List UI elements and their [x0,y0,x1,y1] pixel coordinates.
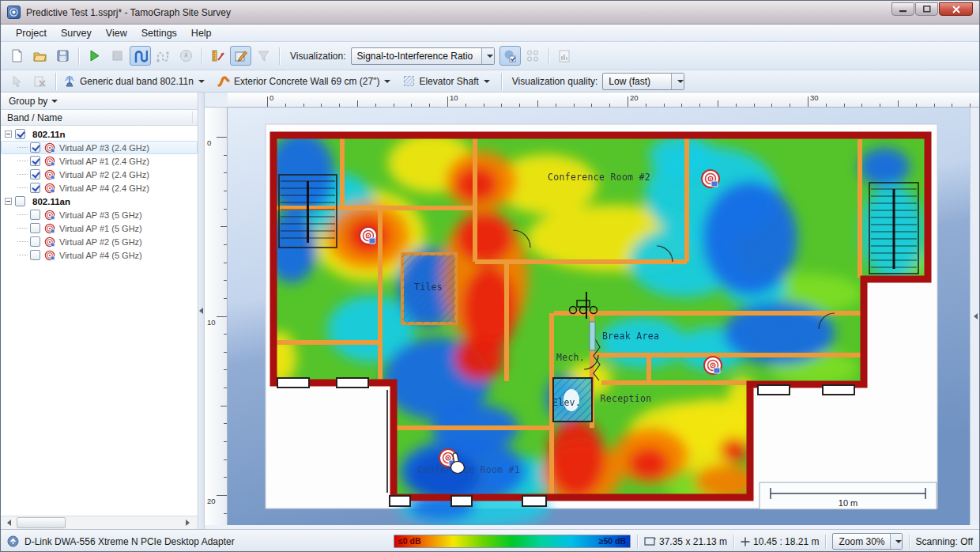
sidebar-hscrollbar[interactable] [1,516,198,529]
menu-item-help[interactable]: Help [184,26,219,40]
run-icon [89,50,100,62]
tree-ap-row[interactable]: Virtual AP #1 (5 GHz) [1,221,198,235]
tree-ap-row[interactable]: Virtual AP #1 (2.4 GHz) [1,154,198,168]
right-panel-grip[interactable] [970,108,980,525]
ap-label: Virtual AP #1 (5 GHz) [59,224,142,233]
heat-blob [454,336,505,380]
open-project-button[interactable] [29,46,51,66]
ap-checkbox[interactable] [30,223,40,233]
ap-checkbox[interactable] [30,142,40,153]
ruler-tick [339,104,340,108]
menu-item-project[interactable]: Project [9,26,54,40]
tree-ap-row[interactable]: Virtual AP #3 (5 GHz) [1,208,198,221]
scrollbar-thumb[interactable] [17,517,66,528]
access-point-icon[interactable] [704,357,722,374]
filter-icon [258,50,270,62]
floorplan-canvas[interactable]: Conference Room #2TilesBreak AreaMech.El… [228,108,970,525]
zoom-value: Zoom 30% [839,536,884,547]
menu-item-survey[interactable]: Survey [54,26,99,40]
heat-blob [859,148,910,186]
ruler-tick [664,104,665,108]
tree-ap-row[interactable]: Virtual AP #2 (5 GHz) [1,235,198,248]
legend-max-label: ≥50 dB [599,536,626,546]
ruler-tick [224,369,228,370]
access-point-icon [44,250,56,261]
ruler-tick [217,495,227,496]
ruler-tick [220,226,227,227]
quality-dropdown[interactable]: Low (fast) [602,73,684,90]
scroll-right-icon[interactable] [181,516,194,529]
delete-object-button[interactable] [29,71,51,91]
ap-checkbox[interactable] [30,236,40,247]
ruler-tick [736,104,737,108]
run-survey-button[interactable] [84,46,105,66]
zoom-dropdown[interactable]: Zoom 30% [832,533,902,550]
ap-checkbox[interactable] [30,250,40,260]
open-icon [33,51,47,62]
close-button[interactable] [939,2,973,16]
menu-item-settings[interactable]: Settings [134,26,184,40]
group-checkbox[interactable] [15,196,25,206]
wall-type-dropdown[interactable]: Exterior Concrete Wall 69 cm (27") [214,73,394,90]
edit-plan-button[interactable] [230,46,251,66]
report-button[interactable] [554,46,575,66]
continuous-survey-button[interactable] [130,46,151,66]
save-project-button[interactable] [52,46,74,66]
ruler-tick [591,104,592,108]
ap-checkbox[interactable] [30,183,40,193]
stop-survey-button[interactable] [107,46,128,66]
visualization-label: Visualization: [290,51,346,62]
ruler-label: 0 [207,138,211,147]
scroll-left-icon[interactable] [2,516,16,529]
continuous-survey-icon [133,49,148,63]
column-header[interactable]: Band / Name [1,110,198,126]
expander-icon[interactable] [5,198,12,205]
ruler-tick [357,100,358,107]
report-icon [559,50,570,62]
column-header-label: Band / Name [7,112,62,123]
tree-ap-row[interactable]: Virtual AP #3 (2.4 GHz) [1,141,198,154]
tree-ap-row[interactable]: Virtual AP #4 (5 GHz) [1,248,198,262]
ap-checkbox[interactable] [30,156,40,166]
ruler-tick [321,104,322,108]
filter-button[interactable] [253,46,274,66]
maximize-button[interactable] [915,2,938,16]
ap-match-button[interactable] [499,46,521,66]
minimize-button[interactable] [891,2,914,16]
tree-ap-row[interactable]: Virtual AP #4 (2.4 GHz) [1,181,198,195]
tree-ap-row[interactable]: Virtual AP #2 (2.4 GHz) [1,168,198,181]
heat-blob [720,438,748,462]
group-checkbox[interactable] [15,129,25,139]
ruler-label: 30 [810,93,819,102]
tree-group-row[interactable]: 802.11n [1,127,198,141]
floorplan-svg[interactable]: Conference Room #2TilesBreak AreaMech.El… [228,108,970,525]
ap-label: Virtual AP #4 (2.4 GHz) [59,183,149,193]
ruler-tick [375,104,376,108]
menu-item-view[interactable]: View [99,26,134,40]
horizontal-ruler: 0102030 [228,93,980,108]
calibrate-button[interactable] [207,46,228,66]
point-survey-button[interactable] [153,46,174,66]
ap-label: Virtual AP #2 (2.4 GHz) [59,170,149,180]
access-point-icon[interactable] [360,227,377,244]
expander-icon[interactable] [5,130,12,138]
tree-group-row[interactable]: 802.11an [1,195,198,208]
new-project-button[interactable] [6,46,28,66]
ap-checkbox[interactable] [30,169,40,180]
quality-value: Low (fast) [609,76,665,87]
access-point-icon[interactable] [702,170,719,187]
ap-checkbox[interactable] [30,210,40,220]
select-cursor-button[interactable] [6,71,28,91]
group-by-button[interactable]: Group by [1,93,198,110]
ap-type-dropdown[interactable]: Generic dual band 802.11n [60,73,208,90]
area-type-dropdown[interactable]: Elevator Shaft [400,73,492,90]
delete-icon [34,75,46,87]
gps-survey-button[interactable] [175,46,197,66]
channel-grid-button[interactable] [522,46,544,66]
panel-splitter[interactable] [198,93,205,529]
visualization-dropdown[interactable]: Signal-to-Interference Ratio [351,47,495,65]
quality-label: Visualization quality: [512,76,598,87]
ruler-tick [224,298,228,299]
signal-legend: ≤0 dB ≥50 dB [394,535,631,548]
heat-blob [629,448,669,479]
